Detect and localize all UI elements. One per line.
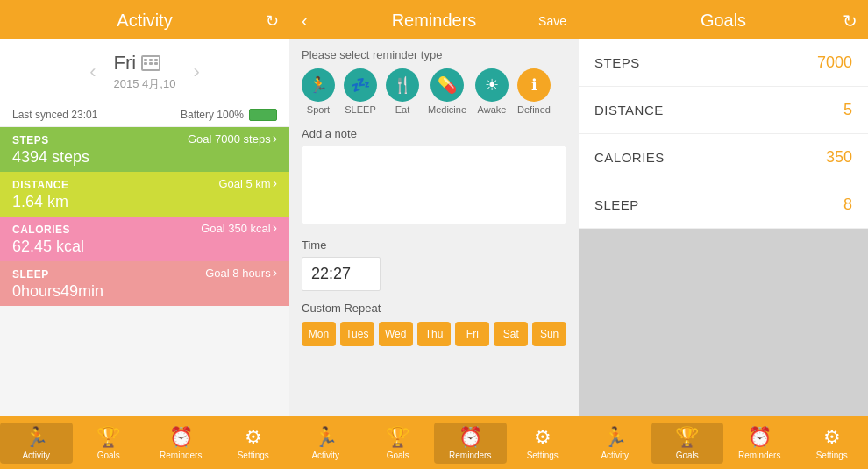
goal-sleep-label: SLEEP bbox=[594, 197, 639, 212]
calories-arrow: › bbox=[273, 220, 277, 236]
activity-nav-label: Activity bbox=[22, 451, 50, 460]
rem-reminders-label: Reminders bbox=[449, 451, 491, 460]
eat-icon: 🍴 bbox=[386, 68, 419, 102]
note-textarea[interactable] bbox=[302, 146, 566, 224]
goals-header: Goals ↻ bbox=[579, 0, 868, 39]
time-label: Time bbox=[302, 238, 566, 252]
goal-row-distance[interactable]: DISTANCE 5 bbox=[579, 87, 868, 134]
day-wed[interactable]: Wed bbox=[379, 322, 413, 346]
rem-type-sleep[interactable]: 💤 SLEEP bbox=[344, 68, 377, 115]
panel-goals: Goals ↻ STEPS 7000 DISTANCE 5 CALORIES 3… bbox=[579, 0, 868, 469]
goals-nav-settings[interactable]: ⚙ Settings bbox=[796, 426, 869, 460]
nav-activity[interactable]: 🏃 Activity bbox=[0, 423, 73, 464]
calories-goal: Goal 350 kcal › bbox=[201, 220, 277, 236]
rem-goals-label: Goals bbox=[387, 451, 409, 460]
day-fri[interactable]: Fri bbox=[455, 322, 489, 346]
rem-nav-activity[interactable]: 🏃 Activity bbox=[289, 426, 362, 460]
defined-icon: ℹ bbox=[517, 68, 551, 102]
repeat-label: Custom Repeat bbox=[302, 302, 566, 315]
reminders-body: Please select reminder type 🏃 Sport 💤 SL… bbox=[289, 39, 579, 416]
goals-nav-label: Goals bbox=[97, 451, 120, 460]
nav-goals[interactable]: 🏆 Goals bbox=[73, 426, 146, 460]
rem-type-sport[interactable]: 🏃 Sport bbox=[302, 68, 335, 115]
reminder-types: 🏃 Sport 💤 SLEEP 🍴 Eat 💊 Medicine ☀ Awake… bbox=[302, 68, 566, 115]
settings-nav-icon: ⚙ bbox=[245, 426, 262, 449]
calories-label: CALORIES bbox=[12, 224, 70, 236]
back-arrow[interactable]: ‹ bbox=[302, 11, 308, 31]
goals-reminders-nav-icon: ⏰ bbox=[748, 426, 772, 449]
nav-settings[interactable]: ⚙ Settings bbox=[217, 426, 290, 460]
goals-reminders-nav-label: Reminders bbox=[738, 451, 780, 460]
day-sat[interactable]: Sat bbox=[494, 322, 528, 346]
reminders-bottom-nav: 🏃 Activity 🏆 Goals ⏰ Reminders ⚙ Setting… bbox=[289, 416, 579, 469]
distance-label: DISTANCE bbox=[12, 179, 68, 191]
awake-label: Awake bbox=[478, 104, 507, 115]
activity-nav-icon: 🏃 bbox=[25, 426, 48, 449]
rem-settings-label: Settings bbox=[527, 451, 559, 460]
goals-refresh-icon[interactable]: ↻ bbox=[843, 11, 857, 32]
day-tues[interactable]: Tues bbox=[340, 322, 374, 346]
sleep-arrow: › bbox=[273, 265, 277, 281]
goals-nav-goals[interactable]: 🏆 Goals bbox=[651, 423, 724, 464]
awake-icon: ☀ bbox=[475, 68, 509, 102]
time-input[interactable]: 22:27 bbox=[302, 257, 381, 291]
next-date-arrow[interactable]: › bbox=[193, 60, 199, 83]
steps-goal: Goal 7000 steps › bbox=[188, 131, 277, 146]
battery-label: Battery 100% bbox=[181, 109, 244, 121]
battery-bar bbox=[249, 109, 277, 121]
steps-label: STEPS bbox=[12, 134, 49, 146]
goal-row-steps[interactable]: STEPS 7000 bbox=[579, 39, 868, 87]
stat-block-steps[interactable]: STEPS Goal 7000 steps › 4394 steps bbox=[0, 127, 289, 172]
calendar-icon[interactable] bbox=[141, 55, 160, 71]
rem-activity-label: Activity bbox=[311, 451, 339, 460]
panel-reminders: ‹ Reminders Save Please select reminder … bbox=[289, 0, 579, 469]
goal-steps-value: 7000 bbox=[817, 53, 852, 72]
save-button[interactable]: Save bbox=[538, 14, 566, 28]
goal-steps-label: STEPS bbox=[594, 55, 640, 70]
rem-type-awake[interactable]: ☀ Awake bbox=[475, 68, 509, 115]
rem-nav-settings[interactable]: ⚙ Settings bbox=[507, 426, 580, 460]
goal-row-calories[interactable]: CALORIES 350 bbox=[579, 134, 868, 181]
stat-block-calories[interactable]: CALORIES Goal 350 kcal › 62.45 kcal bbox=[0, 217, 289, 261]
date-section: ‹ Fri 2015 4月,10 › bbox=[0, 39, 289, 103]
sport-icon: 🏃 bbox=[302, 68, 335, 102]
reminders-nav-icon: ⏰ bbox=[169, 426, 193, 449]
goals-settings-nav-icon: ⚙ bbox=[823, 426, 841, 449]
reminders-title: Reminders bbox=[392, 11, 477, 31]
panel-activity: Activity ↻ ‹ Fri 2015 4月,10 › Last synce… bbox=[0, 0, 289, 469]
date-day: Fri bbox=[114, 52, 176, 75]
stat-block-distance[interactable]: DISTANCE Goal 5 km › 1.64 km bbox=[0, 172, 289, 217]
reminders-nav-label: Reminders bbox=[160, 451, 202, 460]
goals-goals-nav-icon: 🏆 bbox=[675, 426, 699, 449]
goal-sleep-value: 8 bbox=[843, 195, 852, 214]
sleep-goal: Goal 8 hours › bbox=[205, 265, 277, 281]
sleep-icon: 💤 bbox=[344, 68, 377, 102]
steps-arrow: › bbox=[273, 131, 277, 146]
refresh-icon[interactable]: ↻ bbox=[266, 11, 279, 31]
rem-nav-reminders[interactable]: ⏰ Reminders bbox=[434, 423, 507, 464]
goals-nav-activity[interactable]: 🏃 Activity bbox=[579, 426, 651, 460]
distance-goal: Goal 5 km › bbox=[218, 175, 277, 191]
stat-block-sleep[interactable]: SLEEP Goal 8 hours › 0hours49min bbox=[0, 261, 289, 306]
nav-reminders[interactable]: ⏰ Reminders bbox=[145, 426, 217, 460]
rem-type-eat[interactable]: 🍴 Eat bbox=[386, 68, 419, 115]
goal-calories-label: CALORIES bbox=[594, 150, 665, 165]
reminders-header: ‹ Reminders Save bbox=[289, 0, 579, 39]
sport-label: Sport bbox=[307, 104, 330, 115]
goals-nav-reminders[interactable]: ⏰ Reminders bbox=[723, 426, 796, 460]
rem-type-medicine[interactable]: 💊 Medicine bbox=[428, 68, 466, 115]
goals-spacer bbox=[579, 229, 868, 416]
goal-row-sleep[interactable]: SLEEP 8 bbox=[579, 181, 868, 229]
rem-type-defined[interactable]: ℹ Defined bbox=[517, 68, 551, 115]
rem-nav-goals[interactable]: 🏆 Goals bbox=[362, 426, 435, 460]
goals-bottom-nav: 🏃 Activity 🏆 Goals ⏰ Reminders ⚙ Setting… bbox=[579, 416, 868, 469]
medicine-label: Medicine bbox=[428, 104, 466, 115]
prev-date-arrow[interactable]: ‹ bbox=[89, 60, 96, 83]
day-thu[interactable]: Thu bbox=[417, 322, 452, 346]
day-mon[interactable]: Mon bbox=[302, 322, 336, 346]
distance-value: 1.64 km bbox=[12, 193, 277, 211]
day-sun[interactable]: Sun bbox=[532, 322, 566, 346]
goal-distance-value: 5 bbox=[843, 101, 852, 119]
activity-bottom-nav: 🏃 Activity 🏆 Goals ⏰ Reminders ⚙ Setting… bbox=[0, 416, 289, 469]
sleep-label: SLEEP bbox=[12, 268, 49, 281]
